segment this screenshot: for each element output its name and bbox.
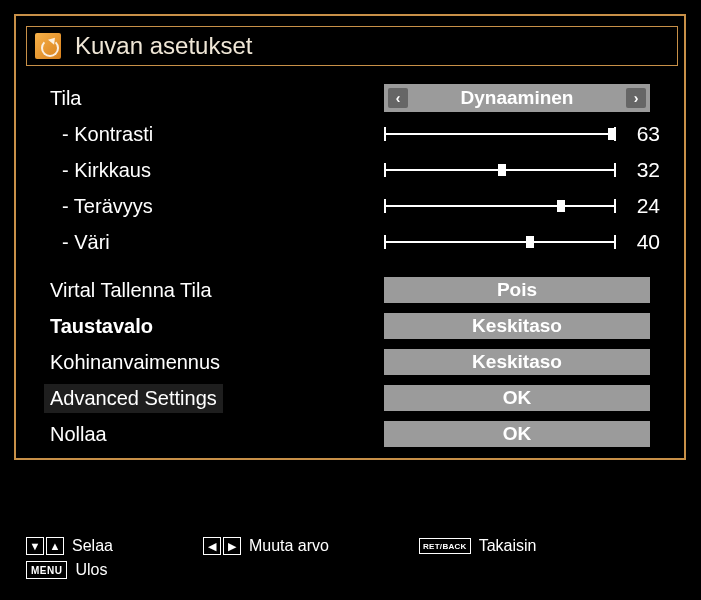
row-mode: Tila ‹ Dynaaminen › [44, 80, 674, 116]
arrow-right-icon: ▶ [223, 537, 241, 555]
menu-key-icon: MENU [26, 561, 67, 579]
value-power-save[interactable]: Pois [384, 277, 650, 303]
settings-dialog: Kuvan asetukset Tila ‹ Dynaaminen › - Ko… [14, 14, 686, 460]
value-reset[interactable]: OK [384, 421, 650, 447]
slider-colour[interactable] [384, 228, 616, 256]
label-noise-reduction: Kohinanvaimennus [44, 351, 384, 374]
label-colour: - Väri [44, 231, 384, 254]
row-contrast: - Kontrasti 63 [44, 116, 674, 152]
label-advanced-settings: Advanced Settings [44, 384, 223, 413]
hint-back: RET/BACK Takaisin [419, 537, 537, 555]
hint-scroll-label: Selaa [72, 537, 113, 555]
slider-thumb-sharpness[interactable] [557, 200, 565, 212]
hint-exit: MENU Ulos [26, 561, 107, 579]
row-noise-reduction: Kohinanvaimennus Keskitaso [44, 344, 674, 380]
arrow-down-icon: ▼ [26, 537, 44, 555]
hint-change: ◀▶ Muuta arvo [203, 537, 329, 555]
row-advanced-settings: Advanced Settings OK [44, 380, 674, 416]
row-brightness: - Kirkkaus 32 [44, 152, 674, 188]
row-backlight: Taustavalo Keskitaso [44, 308, 674, 344]
label-mode: Tila [44, 87, 384, 110]
row-power-save: Virtal Tallenna Tila Pois [44, 272, 674, 308]
row-colour: - Väri 40 [44, 224, 674, 260]
hint-exit-label: Ulos [75, 561, 107, 579]
footer-hints: ▼▲ Selaa ◀▶ Muuta arvo RET/BACK Takaisin… [26, 534, 674, 582]
arrow-left-icon: ◀ [203, 537, 221, 555]
hint-change-label: Muuta arvo [249, 537, 329, 555]
label-sharpness: - Terävyys [44, 195, 384, 218]
value-colour: 40 [616, 230, 662, 254]
slider-contrast[interactable] [384, 120, 616, 148]
slider-brightness[interactable] [384, 156, 616, 184]
arrow-up-icon: ▲ [46, 537, 64, 555]
value-brightness: 32 [616, 158, 662, 182]
hint-scroll: ▼▲ Selaa [26, 537, 113, 555]
label-backlight: Taustavalo [44, 315, 384, 338]
slider-thumb-contrast[interactable] [608, 128, 616, 140]
row-reset: Nollaa OK [44, 416, 674, 452]
value-contrast: 63 [616, 122, 662, 146]
value-noise-reduction[interactable]: Keskitaso [384, 349, 650, 375]
title-bar: Kuvan asetukset [26, 26, 678, 66]
row-sharpness: - Terävyys 24 [44, 188, 674, 224]
mode-selector[interactable]: ‹ Dynaaminen › [384, 84, 650, 112]
chevron-right-icon[interactable]: › [626, 88, 646, 108]
settings-list: Tila ‹ Dynaaminen › - Kontrasti 63 - Kir… [44, 80, 674, 452]
slider-thumb-colour[interactable] [526, 236, 534, 248]
chevron-left-icon[interactable]: ‹ [388, 88, 408, 108]
label-power-save: Virtal Tallenna Tila [44, 279, 384, 302]
hint-back-label: Takaisin [479, 537, 537, 555]
value-sharpness: 24 [616, 194, 662, 218]
mode-value: Dynaaminen [461, 87, 574, 109]
slider-thumb-brightness[interactable] [498, 164, 506, 176]
label-brightness: - Kirkkaus [44, 159, 384, 182]
label-reset: Nollaa [44, 423, 384, 446]
picture-settings-icon [35, 33, 61, 59]
retback-key-icon: RET/BACK [419, 538, 471, 554]
dialog-title: Kuvan asetukset [75, 32, 252, 60]
slider-sharpness[interactable] [384, 192, 616, 220]
value-advanced-settings[interactable]: OK [384, 385, 650, 411]
label-contrast: - Kontrasti [44, 123, 384, 146]
value-backlight[interactable]: Keskitaso [384, 313, 650, 339]
